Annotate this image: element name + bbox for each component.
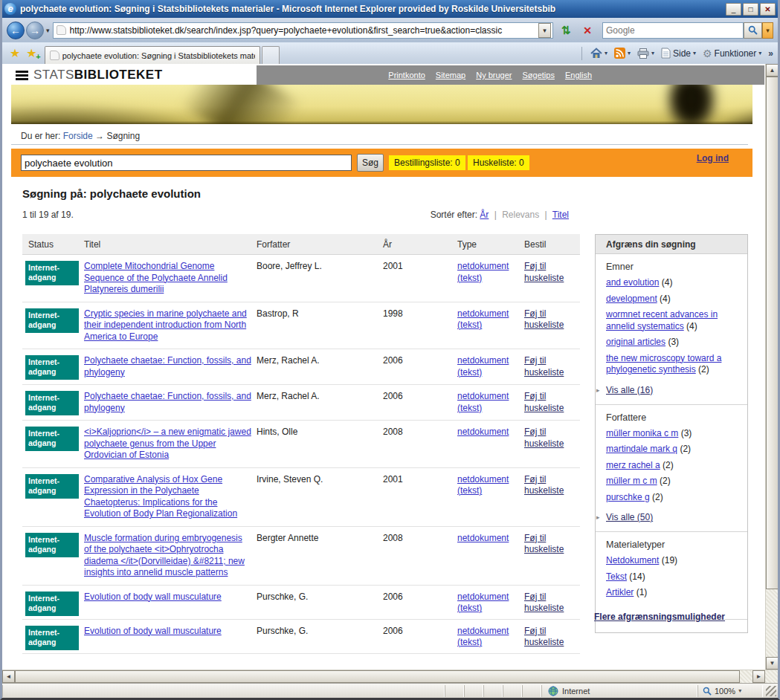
add-to-huskeliste-link[interactable]: Føj til huskeliste [524, 626, 575, 649]
result-title-link[interactable]: Cryptic species in marine polychaete and… [84, 308, 251, 343]
favorites-star-icon[interactable]: ★ [10, 46, 20, 60]
result-type-link[interactable]: netdokument [457, 261, 509, 271]
bestillingsliste-badge[interactable]: Bestillingsliste: 0 [389, 155, 465, 170]
refresh-button[interactable]: ⇅ [557, 22, 575, 39]
scroll-left-button[interactable]: ◄ [2, 670, 15, 683]
facet-link[interactable]: purschke g [606, 492, 650, 502]
sort-by-titel-link[interactable]: Titel [552, 210, 569, 220]
page-menu-button[interactable]: Side ▾ [661, 48, 696, 59]
active-tab[interactable]: polychaete evolution: Søgning i Statsbib… [45, 46, 260, 64]
close-button[interactable]: ✕ [760, 3, 776, 16]
add-to-huskeliste-link[interactable]: Føj til huskeliste [524, 308, 575, 331]
log-ind-link[interactable]: Log ind [697, 153, 729, 163]
add-to-huskeliste-link[interactable]: Føj til huskeliste [524, 474, 575, 497]
facet-link[interactable]: müller monika c m [606, 428, 678, 438]
facet-link[interactable]: wormnet recent advances in annelid syste… [606, 309, 718, 331]
breadcrumb-home-link[interactable]: Forside [63, 131, 93, 141]
address-dropdown-button[interactable]: ▾ [538, 23, 551, 38]
maximize-button[interactable]: □ [743, 3, 758, 16]
facet-link[interactable]: development [606, 294, 657, 304]
address-field[interactable]: ▾ [53, 22, 553, 39]
vertical-scrollbar[interactable]: ▲ ▼ [765, 64, 778, 670]
result-type-tekst-link[interactable]: (tekst) [457, 637, 482, 647]
result-type-link[interactable]: netdokument [457, 592, 509, 602]
url-input[interactable] [70, 25, 538, 36]
zoom-dropdown-icon[interactable]: ▾ [738, 687, 741, 694]
nav-link-english[interactable]: English [565, 71, 592, 80]
search-provider-dropdown[interactable]: ▾ [762, 22, 773, 39]
search-magnifier-button[interactable] [744, 22, 762, 39]
result-type-link[interactable]: netdokument [457, 626, 509, 636]
result-type-tekst-link[interactable]: (tekst) [457, 320, 482, 330]
history-dropdown-icon[interactable]: ▾ [46, 27, 50, 34]
minimize-button[interactable]: _ [726, 3, 741, 16]
result-type-link[interactable]: netdokument [457, 533, 509, 543]
home-button[interactable]: ▾ [590, 48, 607, 59]
scroll-up-button[interactable]: ▲ [766, 64, 779, 77]
result-type-tekst-link[interactable]: (tekst) [457, 403, 482, 413]
nav-link-sogetips[interactable]: Søgetips [523, 71, 555, 80]
vertical-scroll-thumb[interactable] [766, 77, 779, 589]
sort-by-year-link[interactable]: År [480, 210, 489, 220]
add-to-huskeliste-link[interactable]: Føj til huskeliste [524, 391, 575, 414]
nav-link-ny-bruger[interactable]: Ny bruger [476, 71, 512, 80]
sog-button[interactable]: Søg [357, 154, 384, 172]
result-type-tekst-link[interactable]: (tekst) [457, 367, 482, 377]
result-title-link[interactable]: <i>Kaljoprion</i> – a new enigmatic jawe… [84, 427, 251, 461]
facet-link[interactable]: Tekst [606, 571, 627, 582]
home-dropdown-icon[interactable]: ▾ [605, 50, 607, 56]
result-type-tekst-link[interactable]: (tekst) [457, 603, 482, 613]
scroll-down-button[interactable]: ▼ [766, 657, 779, 670]
flere-afgraensninger-link[interactable]: Flere afgrænsningsmuligheder [594, 612, 725, 622]
vis-alle-emner-link[interactable]: Vis alle (16) [606, 385, 653, 395]
print-dropdown-icon[interactable]: ▾ [651, 50, 654, 56]
result-title-link[interactable]: Comparative Analysis of Hox Gene Express… [84, 474, 251, 520]
result-type-link[interactable]: netdokument [457, 391, 509, 401]
tools-menu-button[interactable]: ⚙ Funktioner ▾ [703, 48, 761, 59]
result-type-link[interactable]: netdokument [457, 427, 509, 437]
back-button[interactable]: ← [7, 22, 25, 39]
result-type-tekst-link[interactable]: (tekst) [457, 485, 482, 496]
facet-link[interactable]: and evolution [606, 277, 659, 288]
facet-link[interactable]: Netdokument [606, 555, 659, 565]
horizontal-scrollbar[interactable]: ◄ ► [2, 670, 778, 683]
toolbar-overflow-icon[interactable]: » [768, 48, 773, 59]
nav-link-sitemap[interactable]: Sitemap [436, 71, 465, 80]
result-title-link[interactable]: Evolution of body wall musculature [84, 626, 251, 638]
zoom-control[interactable]: 100% ▾ [697, 685, 763, 697]
scroll-right-button[interactable]: ► [752, 670, 765, 683]
site-logo[interactable]: STATSBIBLIOTEKET [11, 65, 257, 85]
result-type-tekst-link[interactable]: (tekst) [457, 273, 482, 283]
add-to-huskeliste-link[interactable]: Føj til huskeliste [524, 261, 575, 284]
add-to-huskeliste-link[interactable]: Føj til huskeliste [524, 533, 575, 556]
facet-link[interactable]: Artikler [606, 587, 634, 597]
result-title-link[interactable]: Evolution of body wall musculature [84, 592, 251, 603]
web-search-input[interactable] [606, 25, 740, 36]
huskeliste-badge[interactable]: Huskeliste: 0 [468, 155, 529, 170]
new-tab-stub[interactable] [262, 46, 280, 64]
feeds-button[interactable]: ▾ [614, 48, 631, 59]
site-search-input[interactable] [21, 155, 352, 171]
resize-grip[interactable] [766, 686, 776, 696]
stop-button[interactable]: ✕ [578, 22, 596, 39]
feeds-dropdown-icon[interactable]: ▾ [628, 50, 631, 56]
result-title-link[interactable]: Polychaete chaetae: Function, fossils, a… [84, 391, 251, 414]
result-type-link[interactable]: netdokument [457, 474, 509, 485]
vis-alle-forfattere-link[interactable]: Vis alle (50) [606, 512, 653, 522]
nav-link-printkonto[interactable]: Printkonto [388, 71, 425, 80]
add-to-huskeliste-link[interactable]: Føj til huskeliste [524, 355, 575, 378]
print-button[interactable]: ▾ [637, 48, 654, 59]
horizontal-scroll-thumb[interactable] [15, 670, 740, 683]
result-title-link[interactable]: Polychaete chaetae: Function, fossils, a… [84, 355, 251, 378]
add-to-huskeliste-link[interactable]: Føj til huskeliste [524, 427, 575, 450]
facet-link[interactable]: merz rachel a [606, 460, 660, 470]
facet-link[interactable]: müller m c m [606, 476, 657, 486]
forward-button[interactable]: → [26, 22, 44, 39]
facet-link[interactable]: original articles [606, 337, 665, 347]
add-to-huskeliste-link[interactable]: Føj til huskeliste [524, 592, 575, 615]
facet-link[interactable]: martindale mark q [606, 444, 677, 454]
search-box[interactable] [602, 22, 744, 39]
result-title-link[interactable]: Muscle formation during embryogenesis of… [84, 533, 251, 579]
result-title-link[interactable]: Complete Mitochondrial Genome Sequence o… [84, 261, 251, 296]
result-type-link[interactable]: netdokument [457, 308, 509, 319]
